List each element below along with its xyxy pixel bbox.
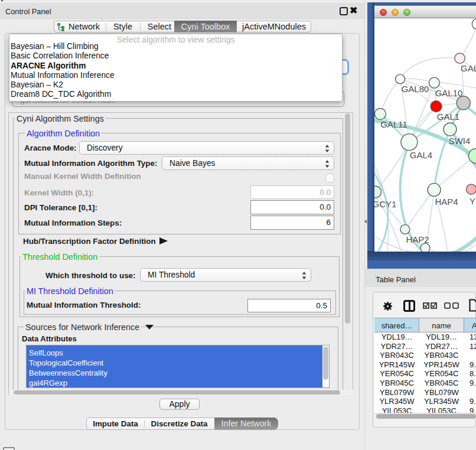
svg-text:HAP2: HAP2 xyxy=(406,234,429,244)
svg-text:GAL1: GAL1 xyxy=(437,112,459,122)
svg-text:HAP4: HAP4 xyxy=(435,197,458,207)
svg-text:Y: Y xyxy=(470,196,475,206)
svg-text:GAL11: GAL11 xyxy=(380,119,407,129)
svg-text:GCY1: GCY1 xyxy=(374,199,396,209)
svg-text:SWI4: SWI4 xyxy=(449,136,471,146)
svg-text:GAL10: GAL10 xyxy=(435,88,463,98)
svg-text:GAL4: GAL4 xyxy=(410,150,432,160)
svg-text:GAL80: GAL80 xyxy=(402,84,429,94)
svg-text:GAL: GAL xyxy=(461,63,476,73)
